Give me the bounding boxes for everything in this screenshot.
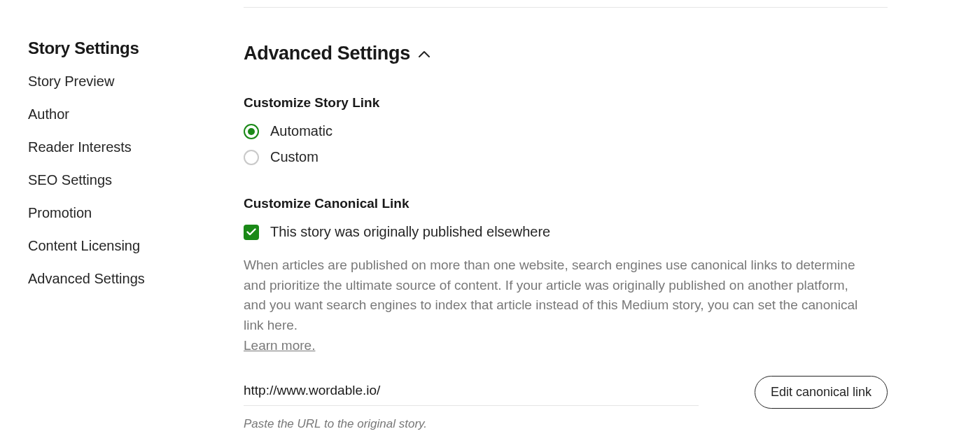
sidebar-item-story-preview[interactable]: Story Preview <box>28 73 244 90</box>
section-header[interactable]: Advanced Settings <box>244 43 888 64</box>
published-elsewhere-checkbox[interactable]: This story was originally published else… <box>244 224 888 240</box>
chevron-up-icon <box>419 48 430 60</box>
radio-custom-label: Custom <box>270 149 318 165</box>
sidebar-item-reader-interests[interactable]: Reader Interests <box>28 139 244 155</box>
learn-more-link[interactable]: Learn more. <box>244 338 315 353</box>
sidebar-item-author[interactable]: Author <box>28 106 244 122</box>
radio-automatic-label: Automatic <box>270 123 332 139</box>
radio-icon-selected <box>244 124 259 139</box>
checkbox-checked-icon <box>244 225 259 240</box>
canonical-url-input[interactable] <box>244 379 699 406</box>
sidebar-item-content-licensing[interactable]: Content Licensing <box>28 238 244 254</box>
customize-story-link-label: Customize Story Link <box>244 95 888 111</box>
canonical-url-field-wrap: Paste the URL to the original story. <box>244 379 699 431</box>
sidebar-item-seo-settings[interactable]: SEO Settings <box>28 172 244 188</box>
radio-icon-unselected <box>244 150 259 165</box>
canonical-help-text: When articles are published on more than… <box>244 255 860 335</box>
edit-canonical-link-button[interactable]: Edit canonical link <box>755 376 888 409</box>
canonical-url-row: Paste the URL to the original story. Edi… <box>244 379 888 431</box>
sidebar-item-advanced-settings[interactable]: Advanced Settings <box>28 271 244 287</box>
published-elsewhere-label: This story was originally published else… <box>270 224 550 240</box>
sidebar-title: Story Settings <box>28 38 244 58</box>
top-divider <box>244 7 888 8</box>
radio-automatic[interactable]: Automatic <box>244 123 888 139</box>
radio-custom[interactable]: Custom <box>244 149 888 165</box>
canonical-url-hint: Paste the URL to the original story. <box>244 417 699 431</box>
sidebar-item-promotion[interactable]: Promotion <box>28 205 244 221</box>
sidebar: Story Settings Story Preview Author Read… <box>0 0 244 436</box>
main-content: Advanced Settings Customize Story Link A… <box>244 0 916 436</box>
customize-canonical-link-label: Customize Canonical Link <box>244 196 888 211</box>
sidebar-nav-list: Story Preview Author Reader Interests SE… <box>28 73 244 287</box>
story-link-radio-group: Automatic Custom <box>244 123 888 165</box>
section-title: Advanced Settings <box>244 43 410 64</box>
